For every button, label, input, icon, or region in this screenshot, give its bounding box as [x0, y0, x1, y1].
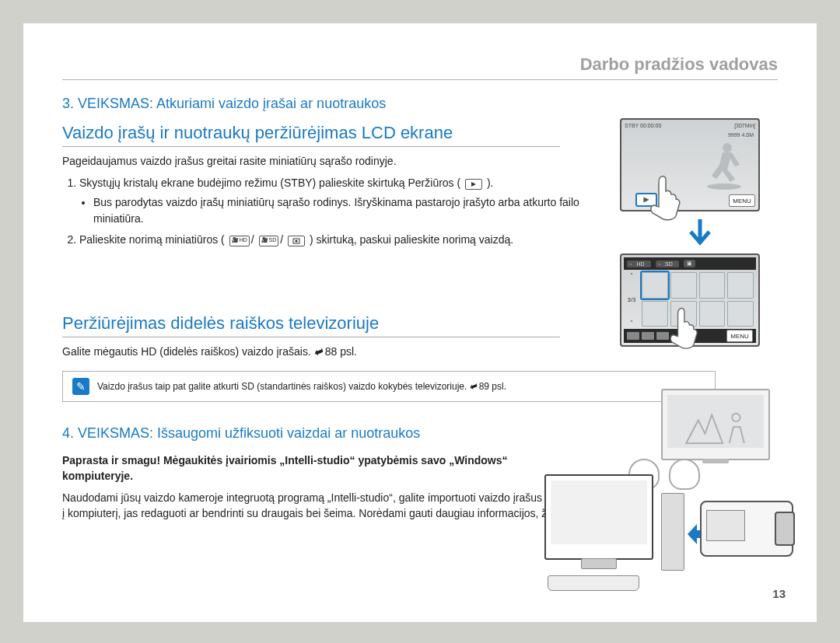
pc-tower-icon [661, 493, 684, 571]
thumb-tab-sd: ◦ SD [656, 260, 679, 267]
playback-tab-icon [465, 179, 482, 190]
svg-point-2 [295, 239, 297, 242]
manual-page: Darbo pradžios vadovas 3. VEIKSMAS: Atku… [23, 23, 817, 622]
svg-point-3 [723, 143, 732, 152]
keyboard-icon [548, 575, 639, 591]
tip-box: ✎ Vaizdo įrašus taip pat galite atkurti … [62, 371, 716, 402]
thumb-tab-photo: ▣ [684, 260, 695, 267]
skater-silhouette-icon [696, 138, 751, 193]
camcorder-icon [700, 501, 793, 557]
lcd-menu-button: MENU [729, 194, 755, 207]
svg-point-6 [732, 413, 740, 421]
lcd-standby-figure: STBY 00:00:00 [307Min] 9999 4.0M MENU [620, 118, 760, 211]
pc-transfer-figure [544, 474, 793, 591]
monitor-icon [544, 474, 653, 560]
tab-hd-icon: 🎥HD [229, 236, 250, 246]
thumb-tab-hd: ◦ HD [627, 260, 651, 267]
subsection-lcd-playback: Vaizdo įrašų ir nuotraukų peržiūrėjimas … [62, 123, 560, 147]
hdtv-paragraph: Galite mėgautis HD (didelės raiškos) vai… [62, 344, 607, 359]
note-icon: ✎ [72, 378, 89, 395]
page-ref-arrow-icon: ➥ [312, 343, 326, 361]
intro-paragraph: Pageidaujamus vaizdo įrašus greitai rasi… [62, 153, 607, 169]
lcd-menu-button-2: MENU [726, 330, 753, 342]
subsection-hdtv: Peržiūrėjimas didelės raiškos televizori… [62, 313, 560, 337]
figure-column: STBY 00:00:00 [307Min] 9999 4.0M MENU ◦ … [620, 118, 779, 351]
lcd-thumbnail-figure: ◦ HD ◦ SD ▣ ˄ 3/3 ˅ MENU [620, 253, 760, 347]
tv-icon [661, 389, 770, 460]
tab-photo-icon [288, 236, 305, 246]
chapter-title: Darbo pradžios vadovas [62, 54, 778, 80]
touch-hand-icon [665, 306, 701, 348]
svg-point-4 [707, 183, 741, 190]
intelli-studio-lead: Paprasta ir smagu! Mėgaukitės įvairiomis… [62, 453, 544, 484]
step-1: Skystųjų kristalų ekrane budėjimo režimu… [79, 175, 607, 227]
tab-sd-icon: 🎥SD [259, 236, 279, 246]
svg-marker-0 [471, 182, 476, 187]
instruction-list: Skystųjų kristalų ekrane budėjimo režimu… [62, 175, 607, 248]
scroll-up-icon: ˄ [630, 272, 633, 279]
step-1-note: Bus parodytas vaizdo įrašų miniatiūrų są… [93, 194, 607, 227]
tip-text: Vaizdo įrašus taip pat galite atkurti SD… [97, 381, 506, 392]
arrow-down-icon [684, 216, 716, 247]
step3-title: 3. VEIKSMAS: Atkuriami vaizdo įrašai ar … [62, 96, 778, 112]
scroll-down-icon: ˅ [630, 320, 633, 327]
touch-hand-icon [645, 174, 684, 221]
step-2: Palieskite norimą miniatiūros ( 🎥HD/ 🎥SD… [79, 232, 607, 248]
intelli-studio-paragraph: Naudodami jūsų vaizdo kameroje integruot… [62, 490, 607, 522]
